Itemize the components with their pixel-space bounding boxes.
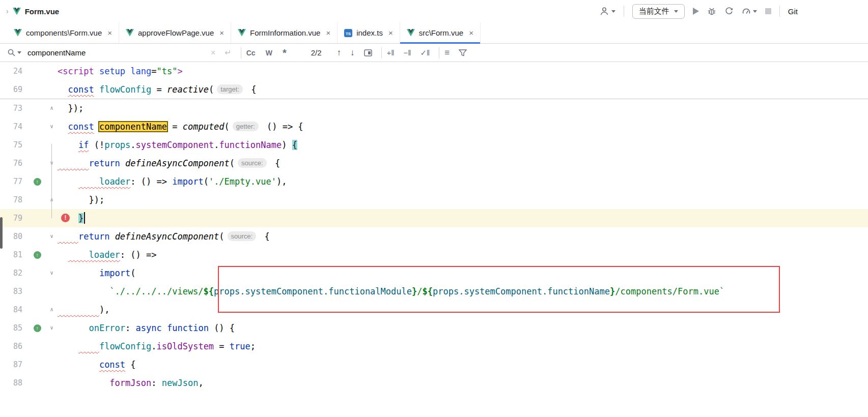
code-token: import (172, 176, 203, 187)
open-in-find-window-button[interactable] (364, 49, 372, 56)
code-token: { (125, 360, 135, 370)
tab-label: components\Form.vue (26, 28, 102, 37)
code-line-86[interactable]: 86 flowConfig.isOldSystem = true; (0, 337, 868, 355)
fold-marker-icon[interactable]: ∨ (50, 117, 53, 136)
line-number: 80 (0, 227, 29, 246)
line-number: 86 (0, 337, 29, 355)
code-token (58, 231, 78, 242)
code-token: }); (58, 195, 104, 205)
code-line-75[interactable]: 75 if (!props.systemComponent.functionNa… (0, 136, 868, 154)
debug-button[interactable] (707, 7, 716, 16)
tab-close-icon[interactable]: × (326, 28, 330, 37)
fold-marker-icon[interactable]: ∨ (50, 319, 53, 337)
code-token: { (270, 158, 280, 168)
search-input[interactable]: componentName (27, 48, 211, 57)
tab-label: approveFlowPage.vue (138, 28, 214, 37)
code-text: import( (58, 264, 868, 282)
vue-file-icon (126, 29, 134, 37)
code-token: setup (99, 66, 125, 76)
editor-tab[interactable]: components\Form.vue× (7, 22, 119, 43)
tab-close-icon[interactable]: × (469, 28, 473, 37)
code-token: , (198, 378, 203, 388)
add-occurrence-button[interactable]: +‖ (387, 48, 395, 57)
fold-marker-icon[interactable]: ∨ (50, 154, 53, 172)
gutter-arrow-icon[interactable]: ↑ (34, 324, 41, 332)
fold-marker-icon[interactable]: ∧ (50, 99, 53, 117)
code-token: (! (89, 140, 104, 150)
code-line-79[interactable]: 79 }! (0, 209, 868, 227)
code-text: `./../../../views/${props.systemComponen… (58, 282, 868, 301)
select-all-occurrences-button[interactable]: ✓‖ (420, 48, 430, 57)
code-line-73[interactable]: 73∧ }); (0, 99, 868, 117)
gutter-arrow-icon[interactable]: ↑ (34, 178, 41, 186)
line-number: 87 (0, 355, 29, 374)
code-token (58, 140, 78, 150)
code-text: ), (58, 301, 868, 319)
tab-close-icon[interactable]: × (219, 28, 224, 37)
title-bar: › Form.vue 当前文件 Git (0, 0, 868, 22)
profiler-button[interactable] (742, 7, 757, 16)
fold-marker-icon[interactable]: ∧ (50, 191, 53, 209)
code-line-77[interactable]: 77↑ loader: () => import('./Empty.vue'), (0, 172, 868, 191)
remove-occurrence-button[interactable]: −‖ (404, 48, 411, 57)
code-token: reactive (167, 84, 209, 95)
code-line-78[interactable]: 78∧ }); (0, 191, 868, 209)
run-config-selector[interactable]: 当前文件 (632, 4, 685, 19)
code-editor[interactable]: 24<script setup lang="ts">69 const flowC… (0, 62, 868, 392)
previous-match-button[interactable]: ↑ (337, 48, 342, 58)
clear-search-icon[interactable]: × (211, 48, 215, 57)
chevron-down-icon (674, 10, 678, 13)
code-line-82[interactable]: 82∨ import( (0, 264, 868, 282)
filter-button[interactable] (459, 49, 467, 56)
code-line-76[interactable]: 76∨ return defineAsyncComponent(source: … (0, 154, 868, 172)
code-token: ( (230, 158, 235, 168)
code-line-84[interactable]: 84∧ ), (0, 301, 868, 319)
gutter-arrow-icon[interactable]: ↑ (34, 251, 41, 259)
code-line-80[interactable]: 80∨ return defineAsyncComponent(source: … (0, 227, 868, 246)
search-dropdown-button[interactable] (7, 48, 21, 57)
editor-tab[interactable]: approveFlowPage.vue× (119, 22, 231, 43)
code-line-24[interactable]: 24<script setup lang="ts"> (0, 62, 868, 80)
tab-label: src\Form.vue (419, 28, 464, 37)
code-line-83[interactable]: 83 `./../../../views/${props.systemCompo… (0, 282, 868, 301)
regex-toggle[interactable]: * (283, 50, 287, 55)
play-icon (693, 8, 699, 15)
code-line-87[interactable]: 87 const { (0, 355, 868, 374)
code-token (109, 231, 115, 242)
code-line-69[interactable]: 69 const flowConfig = reactive(target: { (0, 80, 868, 99)
code-token: const (99, 360, 125, 370)
tab-close-icon[interactable]: × (107, 28, 112, 37)
code-token: defineAsyncComponent (115, 231, 219, 242)
editor-tab[interactable]: FormInformation.vue× (231, 22, 338, 43)
code-line-74[interactable]: 74∨ const componentName = computed(gette… (0, 117, 868, 136)
editor-tab[interactable]: TSindex.ts× (338, 22, 400, 43)
fold-marker-icon[interactable]: ∨ (50, 227, 53, 246)
code-line-85[interactable]: 85↑∨ onError: async function () { (0, 319, 868, 337)
stop-button[interactable] (765, 8, 771, 14)
code-token: : (125, 323, 135, 333)
fold-marker-icon[interactable]: ∧ (50, 301, 53, 319)
line-number: 24 (0, 62, 29, 80)
fold-marker-icon[interactable]: ∨ (50, 264, 53, 282)
divider (624, 6, 624, 17)
code-token: /components/Form.vue` (615, 286, 724, 296)
code-token: return (89, 158, 120, 168)
next-match-button[interactable]: ↓ (350, 48, 355, 58)
editor-tab[interactable]: src\Form.vue× (400, 22, 481, 43)
tab-close-icon[interactable]: × (388, 28, 393, 37)
code-token: ; (250, 341, 256, 351)
error-icon[interactable]: ! (61, 214, 70, 222)
code-line-81[interactable]: 81↑ loader: () => (0, 246, 868, 264)
run-button[interactable] (693, 8, 699, 15)
code-text: }); (58, 99, 868, 117)
match-case-toggle[interactable]: Cc (246, 49, 256, 57)
search-options-button[interactable]: ≡ (444, 48, 450, 58)
user-account-button[interactable] (599, 6, 615, 16)
newline-icon[interactable]: ↵ (225, 48, 231, 57)
code-token: / (417, 286, 422, 296)
code-line-88[interactable]: 88 formJson: newJson, (0, 374, 868, 392)
coverage-button[interactable] (724, 7, 734, 16)
vcs-widget[interactable]: Git (788, 7, 798, 16)
code-token: : (151, 378, 161, 388)
whole-words-toggle[interactable]: W (266, 49, 272, 57)
